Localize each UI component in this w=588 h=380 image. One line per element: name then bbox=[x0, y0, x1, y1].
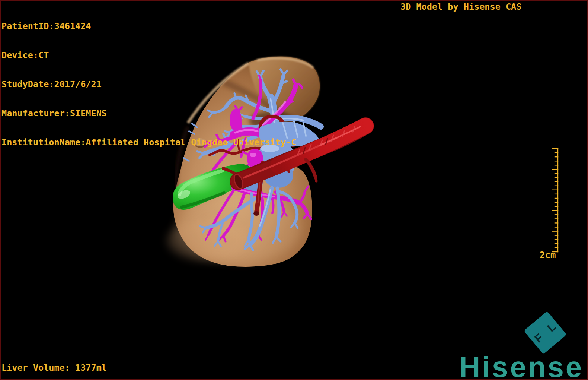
scale-ruler bbox=[537, 148, 560, 254]
hisense-logo: Hisense bbox=[459, 352, 584, 380]
patient-info-line: InstitutionName:Affiliated Hospital Qing… bbox=[1, 137, 296, 147]
watermark-title: 3D Model by Hisense CAS bbox=[400, 2, 521, 12]
orientation-letters: F L bbox=[532, 318, 561, 345]
patient-info-overlay: PatientID:3461424 Device:CT StudyDate:20… bbox=[1, 2, 296, 157]
liver-volume-readout: Liver Volume: 1377ml bbox=[1, 363, 107, 373]
ruler-ticks bbox=[553, 149, 558, 252]
patient-info-line: Manufacturer:SIEMENS bbox=[1, 108, 296, 118]
patient-info-line: StudyDate:2017/6/21 bbox=[1, 79, 296, 89]
cas-3d-view-window: { "patient_info": { "lines": [ "PatientI… bbox=[0, 0, 588, 380]
scale-label: 2cm bbox=[540, 250, 556, 260]
patient-info-line: PatientID:3461424 bbox=[1, 21, 296, 31]
patient-info-line: Device:CT bbox=[1, 50, 296, 60]
